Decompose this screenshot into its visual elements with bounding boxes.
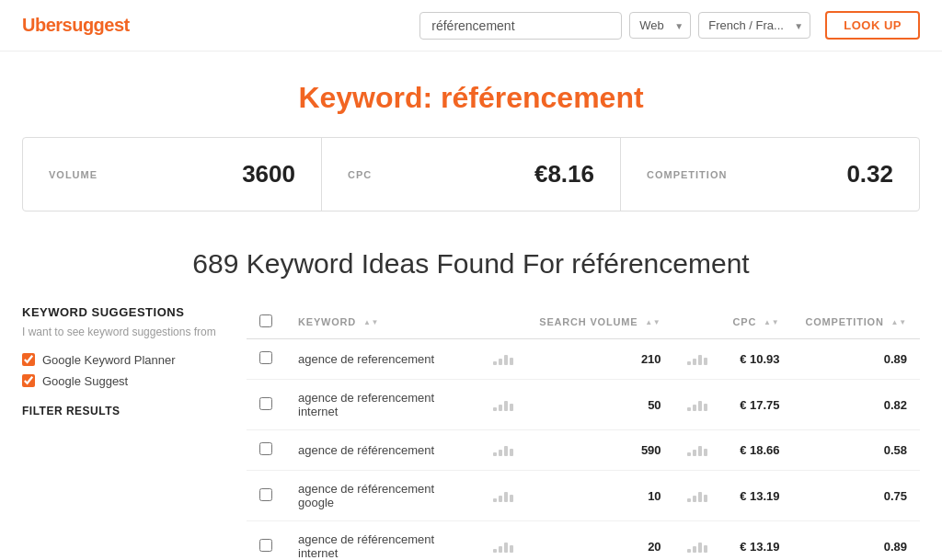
row-check-cell <box>247 471 285 521</box>
source-google-planner-label: Google Keyword Planner <box>42 353 176 367</box>
volume-value: 3600 <box>242 160 295 189</box>
source-google-suggest-label: Google Suggest <box>42 374 128 388</box>
row-bar1 <box>480 471 526 521</box>
row-checkbox-1[interactable] <box>259 397 272 410</box>
sidebar: KEYWORD SUGGESTIONS I want to see keywor… <box>22 305 224 417</box>
row-check-cell <box>247 430 285 471</box>
row-keyword: agence de référencement <box>285 430 480 471</box>
th-bar2 <box>674 305 720 339</box>
stat-volume: VOLUME 3600 <box>23 138 322 211</box>
row-cpc: € 17.75 <box>720 380 793 430</box>
row-bar2 <box>674 380 720 430</box>
row-volume: 210 <box>526 339 673 380</box>
source-google-suggest-checkbox[interactable] <box>22 374 35 387</box>
volume-bar-icon <box>493 396 513 411</box>
search-bar: Web ▼ French / Fra... ▼ <box>419 12 810 40</box>
table-row: agence de referencement 210 € 10.930.89 <box>247 339 920 380</box>
source-google-suggest[interactable]: Google Suggest <box>22 374 224 388</box>
row-bar2 <box>674 430 720 471</box>
table-wrapper: KEYWORD ▲▼ SEARCH VOLUME ▲▼ CPC ▲▼ <box>247 305 920 560</box>
keyword-sort-icon[interactable]: ▲▼ <box>363 319 379 326</box>
cpc-bar-icon <box>687 350 707 365</box>
th-check <box>247 305 285 339</box>
keyword-prefix: Keyword: <box>298 81 441 114</box>
keyword-title-section: Keyword: référencement <box>22 51 920 137</box>
keyword-highlight: référencement <box>441 81 644 114</box>
source-google-planner-checkbox[interactable] <box>22 353 35 366</box>
row-bar2 <box>674 521 720 561</box>
row-bar1 <box>480 430 526 471</box>
stats-row: VOLUME 3600 CPC €8.16 COMPETITION 0.32 <box>22 137 920 211</box>
cpc-label: CPC <box>348 169 372 180</box>
row-competition: 0.89 <box>793 339 920 380</box>
competition-sort-icon[interactable]: ▲▼ <box>891 319 907 326</box>
row-checkbox-2[interactable] <box>259 442 272 455</box>
row-competition: 0.89 <box>793 521 920 561</box>
volume-bar-icon <box>493 350 513 365</box>
row-volume: 20 <box>526 521 673 561</box>
search-input[interactable] <box>419 12 622 40</box>
row-checkbox-4[interactable] <box>259 539 272 552</box>
row-volume: 590 <box>526 430 673 471</box>
type-dropdown-wrapper: Web ▼ <box>629 12 691 39</box>
logo: Ubersuggest <box>22 15 130 36</box>
keyword-title: Keyword: référencement <box>22 81 920 115</box>
lookup-button[interactable]: LOOK UP <box>825 11 920 40</box>
language-dropdown-wrapper: French / Fra... ▼ <box>698 12 810 39</box>
row-cpc: € 10.93 <box>720 339 793 380</box>
source-google-planner[interactable]: Google Keyword Planner <box>22 353 224 367</box>
th-competition: COMPETITION ▲▼ <box>793 305 920 339</box>
row-volume: 50 <box>526 380 673 430</box>
cpc-bar-icon <box>687 487 707 502</box>
row-bar1 <box>480 521 526 561</box>
competition-label: COMPETITION <box>647 169 727 180</box>
volume-label: VOLUME <box>49 169 98 180</box>
table-row: agence de référencement google 10 € 13.1… <box>247 471 920 521</box>
filter-heading: FILTER RESULTS <box>22 405 224 417</box>
cpc-bar-icon <box>687 538 707 553</box>
th-search-volume: SEARCH VOLUME ▲▼ <box>526 305 673 339</box>
table-header-row: KEYWORD ▲▼ SEARCH VOLUME ▲▼ CPC ▲▼ <box>247 305 920 339</box>
row-volume: 10 <box>526 471 673 521</box>
table-body: agence de referencement 210 € 10.930.89a… <box>247 339 920 561</box>
stat-competition: COMPETITION 0.32 <box>621 138 919 211</box>
row-keyword: agence de referencement internet <box>285 380 480 430</box>
ideas-heading: 689 Keyword Ideas Found For référencemen… <box>22 248 920 280</box>
language-dropdown[interactable]: French / Fra... <box>698 12 810 39</box>
cpc-bar-icon <box>687 396 707 411</box>
cpc-bar-icon <box>687 441 707 456</box>
select-all-checkbox[interactable] <box>259 314 272 327</box>
volume-bar-icon <box>493 487 513 502</box>
content-area: KEYWORD SUGGESTIONS I want to see keywor… <box>22 305 920 560</box>
row-bar2 <box>674 471 720 521</box>
sidebar-subtitle: I want to see keyword suggestions from <box>22 325 224 340</box>
volume-sort-icon[interactable]: ▲▼ <box>645 319 661 326</box>
volume-bar-icon <box>493 538 513 553</box>
volume-bar-icon <box>493 441 513 456</box>
header: Ubersuggest Web ▼ French / Fra... ▼ LOOK… <box>0 0 942 51</box>
row-checkbox-3[interactable] <box>259 488 272 501</box>
row-check-cell <box>247 339 285 380</box>
row-bar1 <box>480 380 526 430</box>
row-bar1 <box>480 339 526 380</box>
row-keyword: agence de référencement google <box>285 471 480 521</box>
row-bar2 <box>674 339 720 380</box>
table-row: agence de referencement internet 50 € 17… <box>247 380 920 430</box>
main-content: Keyword: référencement VOLUME 3600 CPC €… <box>0 51 942 560</box>
table-row: agence de référencement 590 € 18.660.58 <box>247 430 920 471</box>
row-competition: 0.82 <box>793 380 920 430</box>
th-bar1 <box>480 305 526 339</box>
cpc-value: €8.16 <box>534 160 594 189</box>
th-cpc: CPC ▲▼ <box>720 305 793 339</box>
row-competition: 0.58 <box>793 430 920 471</box>
keywords-table: KEYWORD ▲▼ SEARCH VOLUME ▲▼ CPC ▲▼ <box>247 305 920 560</box>
th-keyword: KEYWORD ▲▼ <box>285 305 480 339</box>
competition-value: 0.32 <box>846 160 893 189</box>
row-cpc: € 18.66 <box>720 430 793 471</box>
table-row: agence de référencement internet 20 € 13… <box>247 521 920 561</box>
sidebar-title: KEYWORD SUGGESTIONS <box>22 305 224 319</box>
row-checkbox-0[interactable] <box>259 351 272 364</box>
cpc-sort-icon[interactable]: ▲▼ <box>764 319 779 326</box>
type-dropdown[interactable]: Web <box>629 12 691 39</box>
row-cpc: € 13.19 <box>720 521 793 561</box>
